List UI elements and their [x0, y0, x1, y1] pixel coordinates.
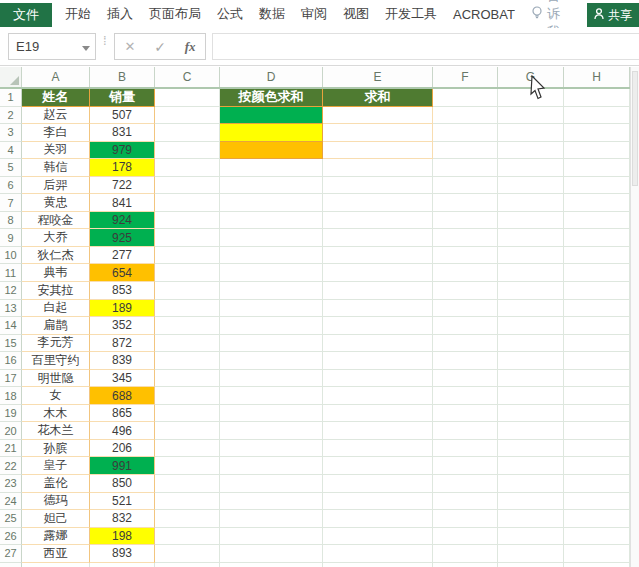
- empty-cell[interactable]: [220, 457, 323, 475]
- empty-cell[interactable]: [564, 212, 630, 230]
- empty-cell[interactable]: [155, 300, 220, 318]
- empty-cell[interactable]: [498, 107, 564, 125]
- empty-cell[interactable]: [498, 457, 564, 475]
- empty-cell[interactable]: [155, 317, 220, 335]
- empty-cell[interactable]: [220, 422, 323, 440]
- row-header-22[interactable]: 22: [0, 457, 22, 475]
- empty-cell[interactable]: [498, 282, 564, 300]
- row-header-24[interactable]: 24: [0, 493, 22, 511]
- empty-cell[interactable]: [433, 89, 498, 107]
- empty-cell[interactable]: [155, 563, 220, 567]
- row-header-10[interactable]: 10: [0, 247, 22, 265]
- empty-cell[interactable]: [155, 440, 220, 458]
- col-header-H[interactable]: H: [564, 67, 630, 87]
- empty-cell[interactable]: [323, 563, 433, 567]
- name-cell[interactable]: 黄忠: [22, 194, 90, 212]
- row-header-17[interactable]: 17: [0, 370, 22, 388]
- empty-cell[interactable]: [220, 317, 323, 335]
- empty-cell[interactable]: [323, 440, 433, 458]
- name-cell[interactable]: 扁鹊: [22, 317, 90, 335]
- empty-cell[interactable]: [564, 124, 630, 142]
- name-cell[interactable]: 妲己: [22, 510, 90, 528]
- row-header-26[interactable]: 26: [0, 528, 22, 546]
- empty-cell[interactable]: [498, 510, 564, 528]
- row-header-8[interactable]: 8: [0, 212, 22, 230]
- value-cell[interactable]: 924: [90, 212, 155, 230]
- value-cell[interactable]: 925: [90, 229, 155, 247]
- ribbon-tab[interactable]: 视图: [335, 0, 377, 28]
- empty-cell[interactable]: [323, 264, 433, 282]
- empty-cell[interactable]: [323, 159, 433, 177]
- row-header-18[interactable]: 18: [0, 387, 22, 405]
- empty-cell[interactable]: [220, 493, 323, 511]
- empty-cell[interactable]: [155, 387, 220, 405]
- row-header-11[interactable]: 11: [0, 264, 22, 282]
- name-cell[interactable]: 典韦: [22, 264, 90, 282]
- row-header-3[interactable]: 3: [0, 124, 22, 142]
- empty-cell[interactable]: [220, 510, 323, 528]
- value-cell[interactable]: 521: [90, 493, 155, 511]
- empty-cell[interactable]: [220, 352, 323, 370]
- name-cell[interactable]: 赵云: [22, 107, 90, 125]
- name-cell[interactable]: 程咬金: [22, 212, 90, 230]
- empty-cell[interactable]: [498, 194, 564, 212]
- col-header-D[interactable]: D: [220, 67, 323, 87]
- empty-cell[interactable]: [498, 177, 564, 195]
- empty-cell[interactable]: [498, 300, 564, 318]
- empty-cell[interactable]: [433, 440, 498, 458]
- empty-cell[interactable]: [155, 107, 220, 125]
- empty-cell[interactable]: [498, 528, 564, 546]
- empty-cell[interactable]: [433, 300, 498, 318]
- ribbon-tab[interactable]: 页面布局: [141, 0, 209, 28]
- empty-cell[interactable]: [433, 247, 498, 265]
- value-cell[interactable]: 841: [90, 194, 155, 212]
- empty-cell[interactable]: [433, 264, 498, 282]
- empty-cell[interactable]: [433, 387, 498, 405]
- empty-cell[interactable]: [433, 457, 498, 475]
- empty-cell[interactable]: [220, 545, 323, 563]
- empty-cell[interactable]: [323, 422, 433, 440]
- empty-cell[interactable]: [155, 212, 220, 230]
- empty-cell[interactable]: [433, 545, 498, 563]
- empty-cell[interactable]: [155, 229, 220, 247]
- row-header-16[interactable]: 16: [0, 352, 22, 370]
- empty-cell[interactable]: [323, 335, 433, 353]
- empty-cell[interactable]: [564, 282, 630, 300]
- empty-cell[interactable]: [155, 124, 220, 142]
- cancel-icon[interactable]: ✕: [124, 39, 135, 54]
- value-header-cell[interactable]: 销量: [90, 89, 155, 107]
- empty-cell[interactable]: [323, 493, 433, 511]
- row-header-7[interactable]: 7: [0, 194, 22, 212]
- name-cell[interactable]: 明世隐: [22, 370, 90, 388]
- sum-result-cell[interactable]: [323, 124, 433, 142]
- row-header-14[interactable]: 14: [0, 317, 22, 335]
- empty-cell[interactable]: [433, 405, 498, 423]
- empty-cell[interactable]: [155, 282, 220, 300]
- empty-cell[interactable]: [498, 247, 564, 265]
- empty-cell[interactable]: [220, 335, 323, 353]
- empty-cell[interactable]: [498, 370, 564, 388]
- ribbon-tab[interactable]: 公式: [209, 0, 251, 28]
- tab-file[interactable]: 文件: [0, 3, 52, 27]
- empty-cell[interactable]: [564, 194, 630, 212]
- empty-cell[interactable]: [220, 177, 323, 195]
- col-header-F[interactable]: F: [433, 67, 498, 87]
- empty-cell[interactable]: [323, 300, 433, 318]
- name-box-dropdown-icon[interactable]: [82, 46, 90, 51]
- empty-cell[interactable]: [323, 212, 433, 230]
- row-header-23[interactable]: 23: [0, 475, 22, 493]
- empty-cell[interactable]: [155, 247, 220, 265]
- select-all-corner[interactable]: [0, 67, 22, 87]
- name-cell[interactable]: 露娜: [22, 528, 90, 546]
- name-cell[interactable]: 西亚: [22, 545, 90, 563]
- enter-icon[interactable]: ✓: [154, 39, 166, 55]
- empty-cell[interactable]: [155, 510, 220, 528]
- col-header-A[interactable]: A: [22, 67, 90, 87]
- name-cell[interactable]: 白起: [22, 300, 90, 318]
- empty-cell[interactable]: [220, 528, 323, 546]
- name-cell[interactable]: 安其拉: [22, 282, 90, 300]
- empty-cell[interactable]: [498, 545, 564, 563]
- empty-cell[interactable]: [564, 440, 630, 458]
- empty-cell[interactable]: [155, 264, 220, 282]
- empty-cell[interactable]: [498, 493, 564, 511]
